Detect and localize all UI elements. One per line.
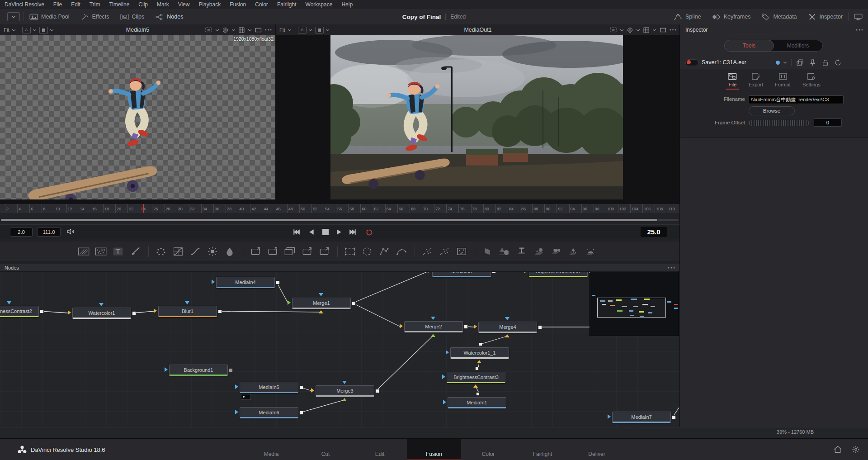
page-tab[interactable]: Deliver — [570, 439, 624, 460]
node-BrightnessContrast1[interactable]: BrightnessContrast1 — [529, 272, 588, 277]
toolbar-button[interactable]: Inspector — [802, 9, 848, 24]
chevron-down-icon[interactable] — [326, 29, 330, 31]
renderer-3d-tool-icon[interactable] — [585, 247, 596, 256]
node-MediaIn6[interactable]: MediaIn6 — [240, 407, 298, 418]
roi-icon[interactable] — [205, 27, 212, 33]
play-reverse-button[interactable] — [308, 229, 315, 235]
subtab-settings[interactable]: Settings — [802, 73, 821, 90]
dve-tool-icon[interactable] — [267, 247, 278, 256]
menu-item[interactable]: Fairlight — [273, 0, 301, 9]
audio-mute-icon[interactable] — [67, 228, 75, 235]
chevron-down-icon[interactable] — [308, 29, 312, 31]
background-tool-icon[interactable] — [78, 247, 90, 256]
color-corrector-tool-icon[interactable] — [155, 247, 167, 256]
go-to-first-frame-button[interactable] — [293, 229, 300, 235]
guides-icon[interactable] — [255, 28, 262, 33]
browse-button[interactable]: Browse — [749, 106, 795, 115]
left-viewer-buffer-button[interactable] — [39, 27, 48, 33]
node-MediaIn1[interactable]: MediaIn1 — [448, 397, 506, 408]
grid-view-icon[interactable] — [239, 27, 245, 33]
render-range-bar[interactable] — [1, 219, 657, 221]
node-Merge1[interactable]: Merge1 — [292, 298, 351, 309]
timeline-ruler[interactable]: 2468101214161820222426283032343638404244… — [0, 204, 679, 214]
node-graph-minimap[interactable] — [590, 272, 679, 336]
right-viewer-zoom-dropdown[interactable]: Fit — [276, 27, 295, 33]
menu-item[interactable]: Help — [337, 0, 357, 9]
node-Merge3[interactable]: Merge3 — [316, 385, 374, 397]
collapse-toolbar-button[interactable] — [7, 12, 20, 21]
text-plus-tool-icon[interactable] — [112, 247, 124, 256]
page-tab[interactable]: Cut — [298, 439, 353, 460]
chevron-down-icon[interactable] — [50, 29, 54, 31]
subtab-format[interactable]: Format — [775, 73, 791, 90]
stop-button[interactable] — [322, 229, 329, 235]
dual-screen-button[interactable] — [849, 9, 868, 24]
resize-tool-icon[interactable] — [318, 247, 330, 256]
copy-settings-icon[interactable] — [797, 59, 803, 66]
ellipse-mask-tool-icon[interactable] — [361, 247, 373, 256]
page-tab[interactable]: Color — [461, 439, 515, 460]
page-tab[interactable]: Fairlight — [515, 439, 570, 460]
menu-item[interactable]: View — [174, 0, 194, 9]
range-out-field[interactable]: 111.0 — [37, 228, 61, 237]
menu-item[interactable]: Workspace — [301, 0, 337, 9]
subtab-export[interactable]: Export — [749, 73, 763, 90]
letterbox-tool-icon[interactable] — [284, 247, 296, 256]
right-viewer-canvas[interactable] — [330, 35, 623, 199]
node-MediaIn5[interactable]: MediaIn5 — [240, 382, 298, 393]
left-viewer-channel-button[interactable]: A — [22, 27, 31, 33]
toolbar-button[interactable]: Spline — [668, 9, 707, 24]
subtab-file[interactable]: File — [728, 73, 737, 90]
chevron-down-icon[interactable] — [248, 29, 252, 31]
menu-item[interactable]: Clip — [134, 0, 152, 9]
reset-icon[interactable] — [835, 59, 841, 66]
page-tab[interactable]: Edit — [353, 439, 407, 460]
node-graph[interactable]: MediaIn3BrightnessContrast1MediaIn4Merge… — [0, 272, 679, 427]
text-3d-tool-icon[interactable] — [516, 247, 528, 256]
toolbar-button[interactable]: Nodes — [150, 9, 189, 24]
spot-light-tool-icon[interactable] — [567, 247, 579, 256]
tab-tools[interactable]: Tools — [724, 40, 774, 52]
color-gain-tool-icon[interactable] — [224, 247, 236, 256]
toolbar-button[interactable]: Keyframes — [707, 9, 756, 24]
chevron-down-icon[interactable] — [620, 29, 624, 31]
node-MediaIn3[interactable]: MediaIn3 — [432, 272, 491, 277]
menu-item[interactable]: Color — [250, 0, 273, 9]
current-frame-display[interactable]: 25.0 — [641, 227, 667, 237]
frame-offset-slider[interactable] — [749, 120, 809, 126]
node-Blur1[interactable]: Blur1 — [158, 306, 217, 317]
guides-icon[interactable] — [660, 28, 666, 33]
chevron-down-icon[interactable] — [652, 29, 656, 31]
image-plane-3d-tool-icon[interactable] — [481, 247, 493, 256]
p-spawn-tool-icon[interactable] — [439, 247, 450, 256]
node-Merge2[interactable]: Merge2 — [404, 321, 463, 332]
toolbar-button[interactable]: Media Pool — [24, 9, 75, 24]
page-tab[interactable]: Media — [244, 439, 298, 460]
left-viewer-canvas[interactable]: 1920x1080xfloat32 — [0, 35, 275, 199]
viewer-options-icon[interactable] — [265, 29, 272, 31]
node-enable-toggle[interactable] — [685, 59, 698, 66]
page-tab[interactable]: Fusion — [407, 439, 461, 460]
color-curves-tool-icon[interactable] — [172, 247, 184, 256]
shape-3d-tool-icon[interactable] — [499, 247, 510, 256]
node-BrightnessContrast3[interactable]: BrightnessContrast3 — [447, 372, 505, 383]
project-manager-icon[interactable] — [834, 446, 842, 453]
p-render-tool-icon[interactable] — [456, 247, 467, 256]
p-emitter-tool-icon[interactable] — [421, 247, 433, 256]
settings-gear-icon[interactable] — [852, 446, 860, 453]
bspline-mask-tool-icon[interactable] — [396, 247, 407, 256]
color-gamut-icon[interactable] — [627, 27, 633, 33]
playhead[interactable] — [143, 204, 144, 213]
node-Merge4[interactable]: Merge4 — [478, 322, 537, 333]
transform-tool-icon[interactable] — [250, 247, 261, 256]
node-Watercolor1[interactable]: Watercolor1 — [72, 308, 131, 319]
menu-item[interactable]: Trim — [85, 0, 105, 9]
rectangle-mask-tool-icon[interactable] — [344, 247, 356, 256]
pin-icon[interactable] — [809, 59, 816, 66]
node-BrightnessContrast2[interactable]: BrightnessContrast2 — [0, 306, 39, 317]
tab-modifiers[interactable]: Modifiers — [774, 40, 822, 51]
node-MediaIn4[interactable]: MediaIn4 — [216, 277, 275, 288]
node-MediaIn7[interactable]: MediaIn7 — [612, 412, 671, 423]
chevron-down-icon[interactable] — [783, 62, 787, 64]
nodes-panel-options-icon[interactable] — [668, 267, 675, 269]
